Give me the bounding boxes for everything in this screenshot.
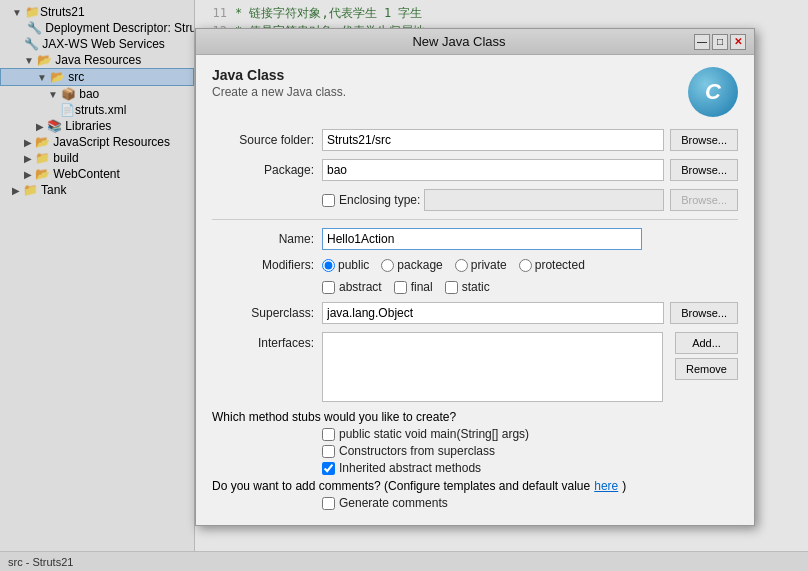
dialog-heading: Java Class	[212, 67, 346, 83]
name-label: Name:	[212, 232, 322, 246]
generate-comments-checkbox[interactable]	[322, 497, 335, 510]
method-stubs-heading-row: Which method stubs would you like to cre…	[212, 410, 738, 424]
dialog-title: New Java Class	[224, 34, 694, 49]
modifiers-radio-group: public package private protected	[322, 258, 585, 272]
source-folder-row: Source folder: Browse...	[212, 129, 738, 151]
stub-constructors-label[interactable]: Constructors from superclass	[322, 444, 495, 458]
enclosing-type-browse-button: Browse...	[670, 189, 738, 211]
modifier-protected-label[interactable]: protected	[519, 258, 585, 272]
new-java-class-dialog: New Java Class — □ ✕ Java Class Create a…	[195, 28, 755, 526]
modifiers-row: Modifiers: public package private	[212, 258, 738, 272]
package-label: Package:	[212, 163, 322, 177]
source-folder-input[interactable]	[322, 129, 664, 151]
modifier-public-radio[interactable]	[322, 259, 335, 272]
dialog-subtext: Create a new Java class.	[212, 85, 346, 99]
name-row: Name:	[212, 228, 738, 250]
modifier-abstract-label[interactable]: abstract	[322, 280, 382, 294]
dialog-overlay: New Java Class — □ ✕ Java Class Create a…	[0, 0, 808, 571]
modifier-protected-radio[interactable]	[519, 259, 532, 272]
source-folder-browse-button[interactable]: Browse...	[670, 129, 738, 151]
dialog-header: Java Class Create a new Java class. C	[212, 67, 738, 117]
modifiers-checkbox-group: abstract final static	[322, 280, 490, 294]
package-input[interactable]	[322, 159, 664, 181]
modifier-static-checkbox[interactable]	[445, 281, 458, 294]
status-text: src - Struts21	[8, 556, 73, 568]
stub-inherited-checkbox[interactable]	[322, 462, 335, 475]
separator	[212, 219, 738, 220]
modifier-public-label[interactable]: public	[322, 258, 369, 272]
comments-section: Do you want to add comments? (Configure …	[212, 479, 738, 510]
modifier-abstract-checkbox[interactable]	[322, 281, 335, 294]
close-button[interactable]: ✕	[730, 34, 746, 50]
dialog-body: Java Class Create a new Java class. C So…	[196, 55, 754, 525]
modifier-package-label[interactable]: package	[381, 258, 442, 272]
superclass-browse-button[interactable]: Browse...	[670, 302, 738, 324]
modifier-private-label[interactable]: private	[455, 258, 507, 272]
modifier-static-label[interactable]: static	[445, 280, 490, 294]
superclass-row: Superclass: Browse...	[212, 302, 738, 324]
dialog-titlebar: New Java Class — □ ✕	[196, 29, 754, 55]
stub-inherited-row: Inherited abstract methods	[212, 461, 738, 475]
generate-comments-row: Generate comments	[212, 496, 738, 510]
interfaces-row: Interfaces: Add... Remove	[212, 332, 738, 402]
stub-inherited-label[interactable]: Inherited abstract methods	[322, 461, 481, 475]
comments-line-end: )	[622, 479, 626, 493]
package-row: Package: Browse...	[212, 159, 738, 181]
interfaces-label: Interfaces:	[212, 332, 322, 350]
enclosing-type-input	[424, 189, 664, 211]
enclosing-type-row: Enclosing type: Browse...	[212, 189, 738, 211]
dialog-controls: — □ ✕	[694, 34, 746, 50]
superclass-label: Superclass:	[212, 306, 322, 320]
enclosing-type-checkbox[interactable]	[322, 194, 335, 207]
modifiers-label: Modifiers:	[212, 258, 322, 272]
package-browse-button[interactable]: Browse...	[670, 159, 738, 181]
method-stubs-heading: Which method stubs would you like to cre…	[212, 410, 456, 424]
name-input[interactable]	[322, 228, 642, 250]
maximize-button[interactable]: □	[712, 34, 728, 50]
comments-line-row: Do you want to add comments? (Configure …	[212, 479, 738, 493]
status-bar: src - Struts21	[0, 551, 808, 571]
stub-constructors-row: Constructors from superclass	[212, 444, 738, 458]
modifier-final-checkbox[interactable]	[394, 281, 407, 294]
minimize-button[interactable]: —	[694, 34, 710, 50]
modifier-package-radio[interactable]	[381, 259, 394, 272]
interfaces-remove-button[interactable]: Remove	[675, 358, 738, 380]
modifier-final-label[interactable]: final	[394, 280, 433, 294]
stub-main-label[interactable]: public static void main(String[] args)	[322, 427, 529, 441]
source-folder-label: Source folder:	[212, 133, 322, 147]
generate-comments-label[interactable]: Generate comments	[322, 496, 448, 510]
java-logo: C	[688, 67, 738, 117]
interfaces-textarea[interactable]	[322, 332, 663, 402]
dialog-header-text: Java Class Create a new Java class.	[212, 67, 346, 99]
comments-line-text: Do you want to add comments? (Configure …	[212, 479, 590, 493]
modifiers-extra-row: abstract final static	[212, 280, 738, 294]
stub-main-row: public static void main(String[] args)	[212, 427, 738, 441]
modifier-private-radio[interactable]	[455, 259, 468, 272]
enclosing-type-checkbox-label[interactable]: Enclosing type:	[322, 193, 420, 207]
stub-constructors-checkbox[interactable]	[322, 445, 335, 458]
comments-link[interactable]: here	[594, 479, 618, 493]
interfaces-add-button[interactable]: Add...	[675, 332, 738, 354]
stub-main-checkbox[interactable]	[322, 428, 335, 441]
method-stubs-section: Which method stubs would you like to cre…	[212, 410, 738, 475]
interfaces-buttons: Add... Remove	[669, 332, 738, 380]
enclosing-type-text: Enclosing type:	[339, 193, 420, 207]
superclass-input[interactable]	[322, 302, 664, 324]
